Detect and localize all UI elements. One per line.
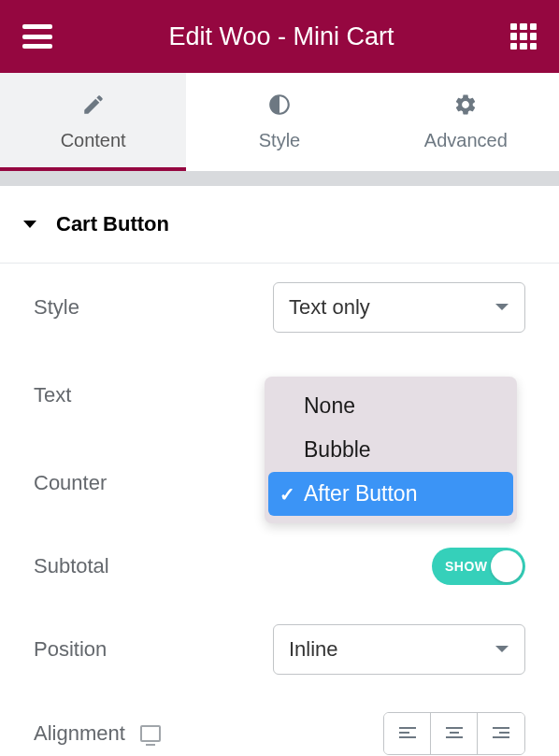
control-style: Style Text only [0,264,559,351]
align-right-button[interactable] [478,713,524,754]
style-label: Style [34,295,79,320]
style-select[interactable]: Text only [273,282,525,333]
tab-content[interactable]: Content [0,73,186,171]
alignment-label: Alignment [34,721,125,746]
chevron-down-icon [494,303,509,312]
control-alignment: Alignment [0,693,559,756]
spacer [0,171,559,186]
text-label: Text [34,383,71,407]
position-select[interactable]: Inline [273,624,525,675]
tab-label: Style [259,130,300,151]
align-left-button[interactable] [384,713,431,754]
dropdown-option-after-button[interactable]: After Button [268,472,513,516]
tab-style[interactable]: Style [186,73,372,171]
tab-label: Content [61,130,126,151]
desktop-icon[interactable] [140,725,161,742]
align-center-button[interactable] [431,713,478,754]
toggle-knob [491,550,523,582]
subtotal-toggle[interactable]: SHOW [432,548,525,585]
contrast-icon [267,93,292,117]
dropdown-option-none[interactable]: None [268,384,513,428]
menu-icon[interactable] [22,24,52,49]
tabs-container: Content Style Advanced [0,73,559,171]
position-label: Position [34,637,107,662]
control-position: Position Inline [0,606,559,693]
section-header-cart-button[interactable]: Cart Button [0,186,559,264]
position-value: Inline [289,637,338,662]
alignment-buttons [383,712,525,755]
tab-advanced[interactable]: Advanced [373,73,559,171]
subtotal-label: Subtotal [34,554,109,578]
panel-title: Edit Woo - Mini Cart [168,22,394,51]
align-right-icon [492,726,510,741]
control-subtotal: Subtotal SHOW [0,527,559,606]
counter-label: Counter [34,471,107,495]
counter-dropdown: None Bubble After Button [265,377,517,523]
gear-icon [453,93,478,117]
section-title: Cart Button [56,212,169,236]
align-left-icon [398,726,417,741]
tab-label: Advanced [424,130,508,151]
pencil-icon [81,93,106,117]
dropdown-option-bubble[interactable]: Bubble [268,428,513,472]
chevron-down-icon [494,645,509,654]
toggle-label: SHOW [445,559,488,574]
panel-header: Edit Woo - Mini Cart [0,0,559,73]
apps-icon[interactable] [510,23,537,50]
caret-down-icon [22,219,37,230]
align-center-icon [445,726,464,741]
style-value: Text only [289,295,370,320]
